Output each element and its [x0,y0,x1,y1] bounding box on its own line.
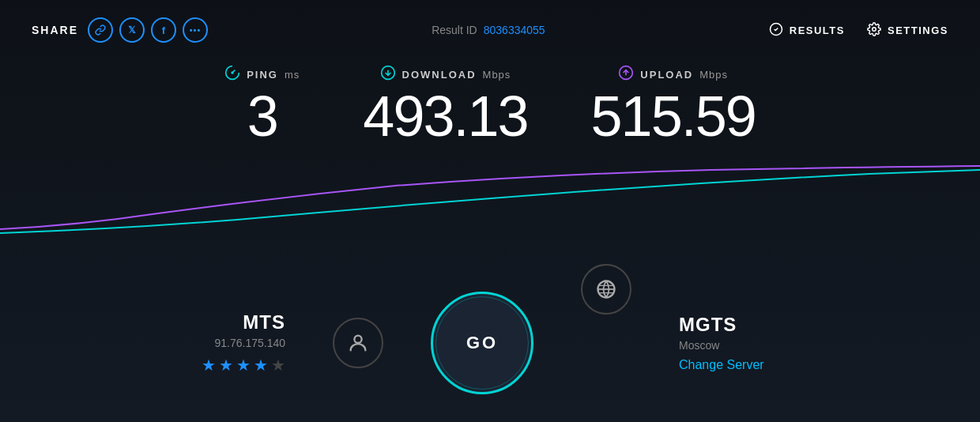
server-section: MGTS Moscow Change Server [679,314,821,372]
results-label: RESULTS [790,24,845,36]
result-id-section: Result ID 8036334055 [432,24,545,36]
ping-label: PING [247,69,278,81]
upload-label: UPLOAD [640,69,693,81]
star-4: ★ [254,356,268,375]
upload-unit: Mbps [699,69,728,81]
top-bar: SHARE 𝕏 f ••• [0,0,980,57]
upload-header: UPLOAD Mbps [618,65,728,85]
settings-label: SETTINGS [888,24,948,36]
link-share-button[interactable] [88,17,113,43]
download-icon [380,65,396,85]
upload-icon [618,65,634,85]
download-header: DOWNLOAD Mbps [380,65,511,85]
upload-value: 515.59 [591,88,756,145]
results-nav-button[interactable]: RESULTS [769,22,845,39]
star-5: ★ [271,356,285,375]
go-button[interactable]: GO [431,292,533,394]
more-share-button[interactable]: ••• [183,17,208,43]
server-name: MGTS [679,314,737,336]
ping-metric: PING ms 3 [224,65,300,145]
settings-nav-button[interactable]: SETTINGS [867,22,948,39]
server-location: Moscow [679,339,719,352]
star-1: ★ [202,356,216,375]
twitter-share-button[interactable]: 𝕏 [119,17,145,43]
star-3: ★ [236,356,251,375]
app-container: SHARE 𝕏 f ••• [0,0,980,422]
ping-icon [224,65,240,85]
svg-point-1 [873,27,876,31]
metrics-section: PING ms 3 DOWNLOAD Mbps 493.13 [0,57,980,145]
user-icon-button[interactable] [333,318,383,368]
star-2: ★ [219,356,233,375]
ping-unit: ms [285,69,300,81]
nav-section: RESULTS SETTINGS [769,22,948,39]
globe-icon [595,278,617,300]
ping-value: 3 [247,88,277,145]
facebook-share-button[interactable]: f [151,17,176,43]
download-label: DOWNLOAD [402,69,477,81]
isp-name: MTS [243,311,285,333]
isp-section: MTS 91.76.175.140 ★ ★ ★ ★ ★ [159,311,285,375]
share-label: SHARE [32,24,78,36]
svg-point-7 [354,336,361,343]
share-icons: 𝕏 f ••• [88,17,208,43]
result-id-value[interactable]: 8036334055 [484,24,545,36]
change-server-button[interactable]: Change Server [679,358,764,372]
isp-stars: ★ ★ ★ ★ ★ [202,356,285,375]
isp-ip: 91.76.175.140 [214,337,285,349]
download-unit: Mbps [483,69,511,81]
gear-icon [867,22,881,39]
results-check-icon [769,22,783,39]
go-label: GO [466,333,498,353]
bottom-section: MTS 91.76.175.140 ★ ★ ★ ★ ★ GO [0,264,980,422]
person-icon [347,332,369,354]
svg-point-2 [232,71,234,73]
globe-icon-button[interactable] [581,264,631,315]
share-section: SHARE 𝕏 f ••• [32,17,208,43]
download-value: 493.13 [363,88,527,145]
result-id-label: Result ID [432,24,477,36]
upload-metric: UPLOAD Mbps 515.59 [591,65,756,145]
ping-header: PING ms [224,65,300,85]
download-metric: DOWNLOAD Mbps 493.13 [363,65,527,145]
